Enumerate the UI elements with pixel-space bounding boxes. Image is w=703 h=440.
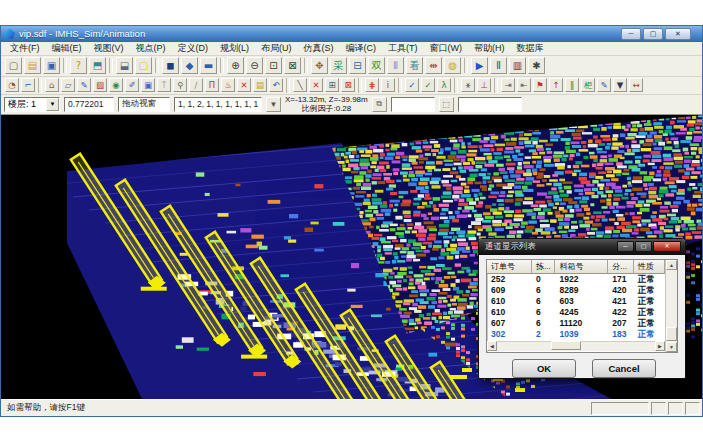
new-file-button[interactable]: ▢ xyxy=(5,57,22,74)
menu-item-7[interactable]: 仿真(S) xyxy=(298,42,340,55)
panel-edit-button[interactable]: ▣ xyxy=(141,78,155,92)
select-region-button[interactable]: ▢ xyxy=(135,57,152,74)
cube-view-button[interactable]: ◼ xyxy=(162,57,179,74)
pencil-blue-button[interactable]: ✎ xyxy=(597,78,611,92)
stats-bars-button[interactable]: ▥ xyxy=(509,57,526,74)
save-file-button[interactable]: ▣ xyxy=(43,57,60,74)
vehicle-button[interactable]: ▱ xyxy=(61,78,75,92)
slab-view-button[interactable]: ▬ xyxy=(200,57,217,74)
zoom-window-button[interactable]: ⊡ xyxy=(265,57,282,74)
arrow-up-button[interactable]: ↑ xyxy=(549,78,563,92)
vertical-scrollbar[interactable]: ▲ ▼ xyxy=(665,260,677,352)
dock-view-button[interactable]: ⊟ xyxy=(349,57,366,74)
menu-item-3[interactable]: 视点(P) xyxy=(130,42,172,55)
cube-small-button[interactable]: ◆ xyxy=(181,57,198,74)
grid-red-button[interactable]: ⋕ xyxy=(365,78,379,92)
zoom-out-button[interactable]: ⊖ xyxy=(246,57,263,74)
play-simulation-button[interactable]: ▶ xyxy=(471,57,488,74)
scroll-up-icon[interactable]: ▲ xyxy=(666,260,677,270)
zoom-extent-button[interactable]: ⊠ xyxy=(284,57,301,74)
menu-item-6[interactable]: 布局(U) xyxy=(255,42,298,55)
pause-simulation-button[interactable]: Ⅱ xyxy=(490,57,507,74)
dialog-maximize-icon[interactable]: ▢ xyxy=(635,241,652,252)
undo-button[interactable]: ↶ xyxy=(269,78,283,92)
drag-view-field[interactable] xyxy=(118,97,170,112)
frame-field[interactable] xyxy=(458,97,522,112)
column-header-2[interactable]: 料箱号 xyxy=(555,260,608,274)
menu-item-11[interactable]: 帮助(H) xyxy=(468,42,511,55)
table-row[interactable]: 607611120207正常 xyxy=(487,318,665,329)
menu-item-2[interactable]: 视图(V) xyxy=(88,42,130,55)
folder-item-button[interactable]: ▤ xyxy=(253,78,267,92)
terrain-button[interactable]: ◉ xyxy=(109,78,123,92)
verify-doc-button[interactable]: ✓ xyxy=(405,78,419,92)
scroll-left-icon[interactable]: ◀ xyxy=(487,341,497,351)
delete-item-button[interactable]: ✕ xyxy=(237,78,251,92)
menu-item-10[interactable]: 窗口(W) xyxy=(424,42,469,55)
walker-button[interactable]: ⚹ xyxy=(461,78,475,92)
spacing-y-button[interactable]: ⇤ xyxy=(517,78,531,92)
orbit-view-button[interactable]: ◔ xyxy=(5,78,19,92)
menu-item-12[interactable]: 数据库 xyxy=(511,42,550,55)
dual-view-button[interactable]: 双 xyxy=(368,57,385,74)
viewport-3d[interactable]: 通道显示列表 ─ ▢ ✕ 订单号拣...料箱号分...性质 2520192217… xyxy=(1,115,702,399)
conveyor-button[interactable]: Π xyxy=(205,78,219,92)
properties-sheet-button[interactable]: ⊞ xyxy=(325,78,339,92)
dialog-minimize-icon[interactable]: ─ xyxy=(617,241,634,252)
horizontal-scrollbar[interactable]: ◀ ▶ xyxy=(487,341,665,351)
menu-item-4[interactable]: 定义(D) xyxy=(172,42,215,55)
draw-path-button[interactable]: ✎ xyxy=(77,78,91,92)
column-header-3[interactable]: 分... xyxy=(608,260,633,274)
info-button[interactable]: i xyxy=(381,78,395,92)
table-row[interactable]: 6106603421正常 xyxy=(487,296,665,307)
scroll-down-icon[interactable]: ▼ xyxy=(666,342,677,352)
frame-grid-icon[interactable]: ⬚ xyxy=(439,97,454,112)
flow-check-button[interactable]: λ xyxy=(437,78,451,92)
menu-item-0[interactable]: 文件(F) xyxy=(4,42,46,55)
display-window-button[interactable]: ⬒ xyxy=(89,57,106,74)
menu-item-9[interactable]: 工具(T) xyxy=(382,42,424,55)
scale-value-field[interactable] xyxy=(64,97,114,112)
fine-edit-button[interactable]: ∕ xyxy=(189,78,203,92)
chevron-down-icon[interactable]: ▼ xyxy=(46,98,59,111)
tools-button[interactable]: ✱ xyxy=(528,57,545,74)
table-row[interactable]: 30221039183正常 xyxy=(487,329,665,340)
table-row[interactable]: 25201922171正常 xyxy=(487,274,665,285)
layer-grid-icon[interactable]: ⧉ xyxy=(372,97,387,112)
level-tool-button[interactable]: ⊥ xyxy=(477,78,491,92)
dialog-title-bar[interactable]: 通道显示列表 ─ ▢ ✕ xyxy=(479,239,685,255)
draw-region-button[interactable]: ✐ xyxy=(125,78,139,92)
spacing-x-button[interactable]: ⇥ xyxy=(501,78,515,92)
floor-combo[interactable]: 楼层: 1 ▼ xyxy=(4,97,60,112)
erase-button[interactable]: ✕ xyxy=(309,78,323,92)
help-button[interactable]: ? xyxy=(70,57,87,74)
world-view-button[interactable]: ◍ xyxy=(444,57,461,74)
pan-hand-button[interactable]: ✥ xyxy=(311,57,328,74)
menu-item-5[interactable]: 规划(L) xyxy=(214,42,255,55)
block-entry-button[interactable]: ⊠ xyxy=(341,78,355,92)
warehouse-button[interactable]: ⌂ xyxy=(45,78,59,92)
verify-all-button[interactable]: ✓ xyxy=(421,78,435,92)
zoom-in-button[interactable]: ⊕ xyxy=(227,57,244,74)
table-row[interactable]: 60968289420正常 xyxy=(487,285,665,296)
v-scroll-thumb[interactable] xyxy=(666,327,677,341)
sequence-field[interactable] xyxy=(174,97,262,112)
width-measure-button[interactable]: ↔ xyxy=(629,78,643,92)
label-view-button[interactable]: 看 xyxy=(406,57,423,74)
menu-item-1[interactable]: 编辑(E) xyxy=(46,42,88,55)
mini-dropdown[interactable]: ▼ xyxy=(266,97,281,112)
open-file-button[interactable]: ▤ xyxy=(24,57,41,74)
cabinet-button[interactable]: 柜 xyxy=(581,78,595,92)
corner-ruler-button[interactable]: ⌐ xyxy=(21,78,35,92)
scroll-right-icon[interactable]: ▶ xyxy=(655,341,665,351)
table-row[interactable]: 61064245422正常 xyxy=(487,307,665,318)
ok-button[interactable]: OK xyxy=(512,359,576,378)
layer-field[interactable] xyxy=(391,97,435,112)
cancel-button[interactable]: Cancel xyxy=(592,359,656,378)
maximize-icon[interactable]: ▢ xyxy=(643,28,663,40)
fit-width-button[interactable]: ⇹ xyxy=(425,57,442,74)
line-style-button[interactable]: ╲ xyxy=(293,78,307,92)
probe-tool-button[interactable]: ⚲ xyxy=(173,78,187,92)
column-header-1[interactable]: 拣... xyxy=(532,260,556,274)
close-icon[interactable]: ✕ xyxy=(665,28,691,40)
